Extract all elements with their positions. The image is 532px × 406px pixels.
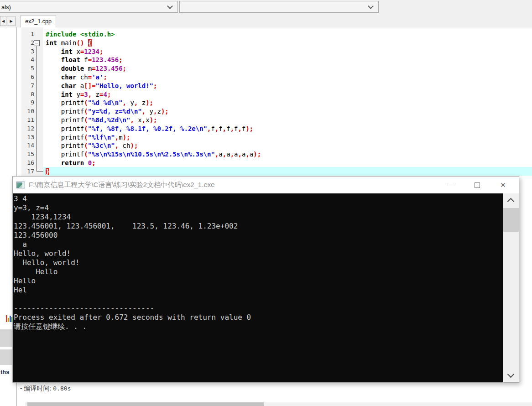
line-number: 7 [21,82,34,90]
compile-time-status: - 编译时间: 0.80s [20,385,71,393]
maximize-icon [475,182,480,188]
code-line: int main() { [46,39,92,47]
tab-scroll-left-button[interactable]: ◀ [0,16,6,26]
class-browser-dropdown[interactable]: als) [0,1,178,13]
arrow-right-icon: ▶ [10,19,12,23]
compile-time-value: 0.80s [53,385,71,392]
code-line: printf("%f, %8f, %8.1f, %0.2f, %.2e\n",f… [46,125,253,133]
editor-tab-bar: ◀ ▶ ex2_1.cpp [0,14,532,27]
line-number: 10 [21,107,34,116]
line-number: 13 [21,133,34,142]
code-line: printf("%d %d\n", y, z); [46,99,153,107]
code-line: #include <stdio.h> [46,30,115,39]
arrow-left-icon: ◀ [2,19,5,23]
code-line: int x=1234; [46,47,103,56]
member-browser-dropdown[interactable] [179,1,379,13]
horizontal-scrollbar[interactable] [25,402,532,406]
minimize-button[interactable] [438,177,464,193]
maximize-button[interactable] [464,177,490,193]
bar-chart-icon [10,316,11,322]
console-window: F:\南京信息工程大学\C语言\练习\实验2文档中代码\ex2_1.exe ✕ … [12,176,519,383]
panel-button[interactable] [0,329,12,347]
bar-chart-icon [6,315,7,322]
console-vertical-scrollbar[interactable] [503,193,519,382]
fold-guide-corner [37,171,43,172]
window-controls: ✕ [438,177,516,193]
tab-scroll-right-button[interactable]: ▶ [7,16,16,26]
line-number: 17 [21,167,34,176]
code-line: printf("%s\n%15s\n%10.5s\n%2.5s\n%.3s\n"… [46,150,261,159]
code-line: printf("%8d,%2d\n", x,x); [46,116,157,125]
compile-time-label: 编译时间: [24,385,53,392]
scrollbar-thumb[interactable] [503,208,519,232]
close-icon: ✕ [500,182,506,188]
current-line-highlight [43,167,532,176]
line-number: 3 [21,47,34,56]
console-output-text: 3 4 y=3, z=4 1234,1234 123.456001, 123.4… [14,194,251,331]
class-browser-dropdown-value: als) [0,4,168,10]
line-number: 12 [21,125,34,133]
fold-guide-line [37,46,37,172]
code-line: return 0; [46,159,96,167]
status-dash: - [20,385,24,392]
console-app-icon [16,182,25,188]
minimize-icon [449,185,454,185]
line-number: 11 [21,116,34,125]
line-number: 15 [21,150,34,159]
chevron-down-icon [167,3,173,9]
line-number: 16 [21,159,34,167]
code-line: float f=123.456; [46,56,123,64]
line-number: 4 [21,56,34,64]
code-line: double m=123.456; [46,64,126,73]
code-line: printf("%lf\n",m); [46,133,130,142]
console-title-text: F:\南京信息工程大学\C语言\练习\实验2文档中代码\ex2_1.exe [29,181,438,189]
fold-collapse-icon[interactable] [34,40,40,46]
code-line: printf("y=%d, z=%d\n", y,z); [46,107,169,116]
line-number: 2 [21,39,34,47]
code-line: int y=3, z=4; [46,90,111,99]
scroll-up-icon[interactable] [507,198,515,205]
panel-button[interactable] [0,349,12,365]
code-line: } [46,167,49,176]
toolbar-strip: als) [0,0,532,14]
close-button[interactable]: ✕ [490,177,516,193]
line-number: 14 [21,141,34,150]
code-line: char a[]="Hello, world!"; [46,82,157,90]
chevron-down-icon [368,3,374,9]
code-editor-surface[interactable]: 1#include <stdio.h>2int main() {3 int x=… [17,27,532,178]
console-title-bar[interactable]: F:\南京信息工程大学\C语言\练习\实验2文档中代码\ex2_1.exe ✕ [13,177,519,193]
line-number: 8 [21,90,34,99]
bar-chart-icon [8,318,9,322]
tab-ex2_1-cpp[interactable]: ex2_1.cpp [21,15,56,27]
compile-result-tab-label[interactable]: ths [0,369,10,375]
line-number: 9 [21,99,34,107]
tab-label: ex2_1.cpp [25,18,52,25]
line-number: 5 [21,64,34,73]
scrollbar-thumb[interactable] [27,402,264,406]
console-client-area[interactable]: 3 4 y=3, z=4 1234,1234 123.456001, 123.4… [13,193,503,382]
line-number: 1 [21,30,34,39]
line-number: 6 [21,73,34,82]
scroll-down-icon[interactable] [507,371,515,378]
compile-log-panel: - 编译时间: 0.80s [17,382,532,406]
code-line: printf("%3c\n", ch); [46,141,138,150]
code-line: char ch='a'; [46,73,107,82]
